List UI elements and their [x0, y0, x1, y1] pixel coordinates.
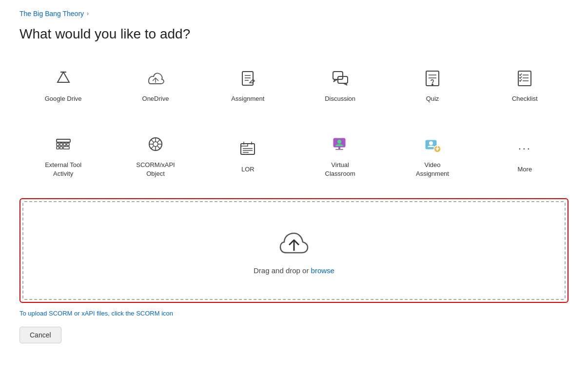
item-label-discussion: Discussion	[325, 94, 355, 103]
svg-point-9	[432, 84, 433, 85]
item-label-onedrive: OneDrive	[142, 94, 169, 103]
scorm-icon	[144, 132, 167, 156]
onedrive-icon	[144, 66, 167, 90]
item-card-assignment[interactable]: Assignment	[204, 56, 292, 113]
drag-drop-label: Drag and drop or	[254, 266, 311, 275]
svg-rect-34	[338, 147, 340, 149]
item-label-checklist: Checklist	[512, 94, 538, 103]
item-card-quiz[interactable]: Quiz	[389, 56, 476, 113]
drop-zone[interactable]: Drag and drop or browse	[22, 201, 566, 300]
svg-rect-21	[63, 147, 69, 149]
cancel-button[interactable]: Cancel	[20, 327, 61, 343]
item-label-video-assignment: VideoAssignment	[416, 161, 449, 178]
item-label-more: More	[518, 165, 532, 174]
item-card-scorm[interactable]: SCORM/xAPIObject	[112, 123, 199, 188]
svg-rect-17	[63, 143, 66, 146]
svg-rect-18	[67, 143, 69, 146]
item-card-external-tool[interactable]: External ToolActivity	[20, 123, 107, 188]
svg-point-37	[429, 141, 433, 145]
svg-rect-14	[57, 139, 70, 142]
breadcrumb-separator: ›	[87, 10, 89, 17]
svg-rect-20	[60, 147, 62, 149]
item-label-scorm: SCORM/xAPIObject	[136, 161, 175, 178]
svg-point-33	[337, 140, 341, 144]
svg-rect-19	[57, 147, 59, 149]
google-drive-icon	[52, 66, 75, 90]
virtual-classroom-icon	[329, 132, 352, 156]
drop-zone-wrapper: Drag and drop or browse	[20, 198, 568, 303]
item-label-assignment: Assignment	[231, 94, 264, 103]
quiz-icon	[421, 66, 444, 90]
drop-zone-text: Drag and drop or browse	[254, 266, 334, 275]
item-card-discussion[interactable]: Discussion	[296, 56, 384, 113]
discussion-icon	[329, 66, 352, 90]
item-card-google-drive[interactable]: Google Drive	[20, 56, 107, 113]
item-label-external-tool: External ToolActivity	[45, 161, 81, 178]
item-label-virtual-classroom: VirtualClassroom	[325, 161, 355, 178]
browse-link[interactable]: browse	[311, 266, 334, 275]
item-card-virtual-classroom[interactable]: VirtualClassroom	[296, 123, 384, 188]
breadcrumb: The Big Bang Theory ›	[20, 10, 568, 18]
more-icon: ···	[513, 137, 536, 160]
assignment-icon	[236, 66, 259, 90]
svg-rect-0	[242, 72, 253, 85]
svg-rect-16	[60, 143, 62, 146]
item-card-video-assignment[interactable]: VideoAssignment	[389, 123, 476, 188]
item-label-quiz: Quiz	[426, 94, 439, 103]
external-tool-icon	[52, 132, 75, 156]
svg-rect-35	[335, 149, 343, 150]
item-card-more[interactable]: ··· More	[481, 123, 568, 188]
item-card-onedrive[interactable]: OneDrive	[112, 56, 199, 113]
breadcrumb-link[interactable]: The Big Bang Theory	[20, 10, 84, 18]
svg-rect-15	[57, 143, 59, 146]
item-card-checklist[interactable]: Checklist	[481, 56, 568, 113]
page-container: The Big Bang Theory › What would you lik…	[0, 0, 588, 358]
item-label-google-drive: Google Drive	[45, 94, 82, 103]
svg-point-23	[153, 142, 158, 147]
item-label-lor: LOR	[241, 165, 255, 174]
items-grid-row1: Google Drive OneDrive	[20, 56, 568, 113]
page-title: What would you like to add?	[20, 26, 568, 42]
upload-icon	[278, 226, 310, 260]
scorm-hint: To upload SCORM or xAPI files, click the…	[20, 310, 568, 317]
item-card-lor[interactable]: LOR	[204, 123, 292, 188]
items-grid-row2: External ToolActivity SCORM/xAPIObje	[20, 123, 568, 188]
checklist-icon	[513, 66, 536, 90]
video-assignment-icon	[421, 132, 444, 156]
lor-icon	[236, 137, 259, 160]
